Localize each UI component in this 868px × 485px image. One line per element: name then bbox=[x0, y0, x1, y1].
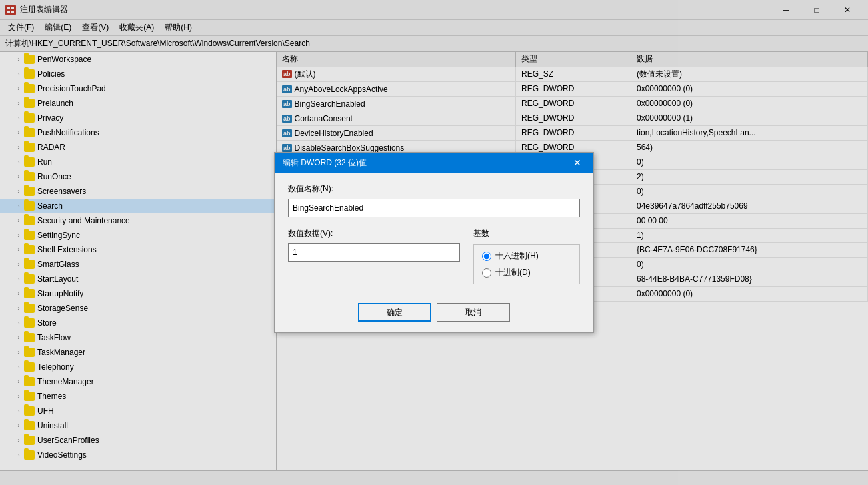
name-input[interactable] bbox=[288, 199, 580, 217]
radio-dec-label[interactable]: 十进制(D) bbox=[482, 267, 571, 278]
dialog-title: 编辑 DWORD (32 位)值 bbox=[283, 157, 569, 169]
edit-dword-dialog: 编辑 DWORD (32 位)值 ✕ 数值名称(N): 数值数据(V): 基数 … bbox=[274, 152, 594, 333]
radio-hex-label[interactable]: 十六进制(H) bbox=[482, 250, 571, 262]
radio-dec-text: 十进制(D) bbox=[495, 267, 531, 278]
dialog-close-button[interactable]: ✕ bbox=[569, 155, 585, 171]
value-label: 数值数据(V): bbox=[288, 228, 460, 239]
radio-hex[interactable] bbox=[482, 252, 491, 261]
radio-hex-text: 十六进制(H) bbox=[495, 250, 539, 262]
dialog-value-row: 数值数据(V): 基数 十六进制(H) 十进制(D) bbox=[288, 228, 580, 284]
cancel-button[interactable]: 取消 bbox=[437, 303, 510, 322]
dialog-buttons: 确定 取消 bbox=[288, 295, 580, 322]
confirm-button[interactable]: 确定 bbox=[358, 303, 431, 322]
radio-group: 十六进制(H) 十进制(D) bbox=[473, 244, 580, 284]
base-title: 基数 bbox=[473, 228, 580, 239]
value-section: 数值数据(V): bbox=[288, 228, 460, 284]
value-input[interactable] bbox=[288, 243, 460, 262]
base-section: 基数 十六进制(H) 十进制(D) bbox=[473, 228, 580, 284]
radio-dec[interactable] bbox=[482, 268, 491, 278]
dialog-title-bar: 编辑 DWORD (32 位)值 ✕ bbox=[275, 153, 593, 173]
dialog-body: 数值名称(N): 数值数据(V): 基数 十六进制(H) bbox=[275, 173, 593, 332]
name-label: 数值名称(N): bbox=[288, 183, 580, 195]
dialog-overlay: 编辑 DWORD (32 位)值 ✕ 数值名称(N): 数值数据(V): 基数 … bbox=[0, 0, 868, 485]
